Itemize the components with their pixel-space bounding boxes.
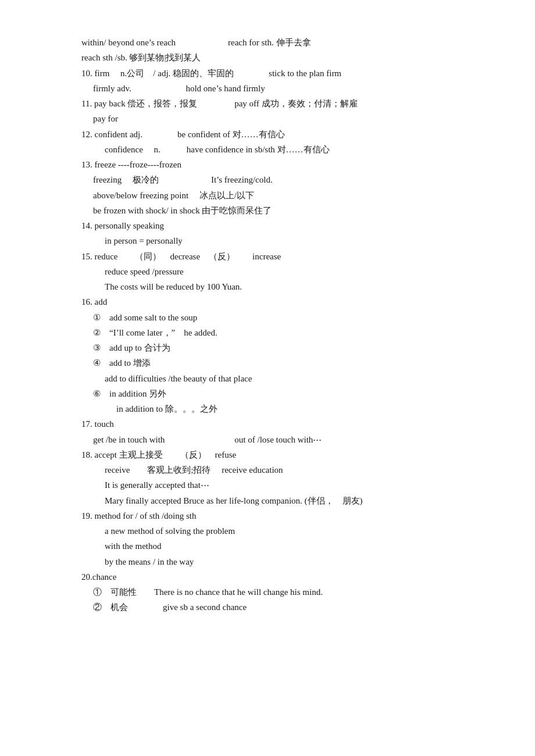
text-line-l30: It is generally accepted that⋯ [81, 477, 488, 493]
text-line-l32: 19. method for / of sth /doing sth [81, 508, 488, 523]
text-line-l10: freezing 极冷的 It’s freezing/cold. [81, 172, 488, 187]
text-line-l36: 20.chance [81, 569, 488, 584]
text-line-l2: reach sth /sb. 够到某物|找到某人 [81, 50, 488, 65]
text-line-l27: get /be in touch with out of /lose touch… [81, 432, 488, 447]
text-line-l16: reduce speed /pressure [81, 264, 488, 279]
text-line-l24: ⑥ in addition 另外 [81, 386, 488, 401]
text-line-l20: ② “I’ll come later，” he added. [81, 325, 488, 340]
text-line-l23: add to difficulties /the beauty of that … [81, 371, 488, 386]
text-line-l9: 13. freeze ----froze----frozen [81, 157, 488, 172]
text-line-l15: 15. reduce （同） decrease （反） increase [81, 249, 488, 264]
text-line-l25: in addition to 除。。。之外 [81, 401, 488, 416]
text-line-l6: pay for [81, 111, 488, 126]
text-line-l31: Mary finally accepted Bruce as her life-… [81, 493, 488, 508]
text-line-l28: 18. accept 主观上接受 （反） refuse [81, 447, 488, 462]
text-line-l37: ① 可能性 There is no chance that he will ch… [81, 584, 488, 600]
text-line-l5: 11. pay back 偿还，报答，报复 pay off 成功，奏效；付清；解… [81, 96, 488, 111]
text-line-l26: 17. touch [81, 416, 488, 432]
text-line-l12: be frozen with shock/ in shock 由于吃惊而呆住了 [81, 203, 488, 218]
text-line-l19: ① add some salt to the soup [81, 310, 488, 325]
text-line-l22: ④ add to 增添 [81, 355, 488, 370]
text-line-l34: with the method [81, 539, 488, 554]
text-line-l1: within/ beyond one’s reach reach for sth… [81, 35, 488, 50]
text-line-l17: The costs will be reduced by 100 Yuan. [81, 279, 488, 294]
text-line-l38: ② 机会 give sb a second chance [81, 600, 488, 615]
text-line-l33: a new method of solving the problem [81, 523, 488, 539]
text-line-l14: in person = personally [81, 233, 488, 248]
text-line-l3: 10. firm n.公司 / adj. 稳固的、牢固的 stick to th… [81, 66, 488, 81]
text-line-l18: 16. add [81, 294, 488, 309]
text-line-l21: ③ add up to 合计为 [81, 340, 488, 355]
text-line-l7: 12. confident adj. be confident of 对……有信… [81, 127, 488, 142]
text-line-l35: by the means / in the way [81, 554, 488, 569]
text-line-l29: receive 客观上收到;招待 receive education [81, 462, 488, 477]
text-line-l11: above/below freezing point 冰点以上/以下 [81, 188, 488, 203]
text-line-l13: 14. personally speaking [81, 218, 488, 233]
main-content: within/ beyond one’s reach reach for sth… [81, 35, 488, 615]
text-line-l8: confidence n. have confidence in sb/sth … [81, 142, 488, 157]
text-line-l4: firmly adv. hold one’s hand firmly [81, 81, 488, 96]
